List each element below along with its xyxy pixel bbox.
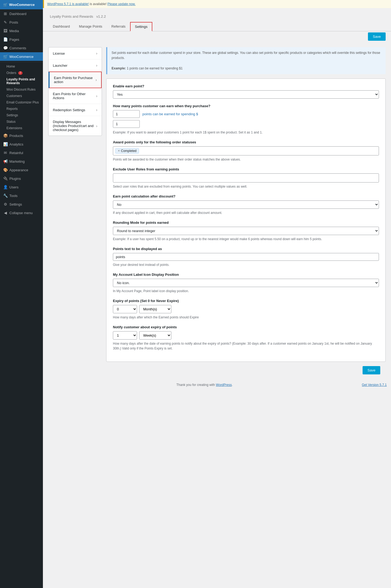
exclude-roles-label: Exclude User Roles from earning points xyxy=(113,167,379,171)
sidebar-item-retainful[interactable]: ✉ Retainful xyxy=(0,148,43,157)
enable-earn-select[interactable]: Yes No xyxy=(113,90,379,99)
sidebar-sub-customers[interactable]: Customers xyxy=(0,93,43,99)
tab-manage-points[interactable]: Manage Points xyxy=(75,22,107,31)
points-text-input[interactable] xyxy=(113,253,379,261)
notify-help: How many days after the date of earning … xyxy=(113,341,379,351)
settings-icon: ⚙ xyxy=(3,202,8,206)
expiry-row: 0 1 2 3 Month(s) Week(s) Day(s) xyxy=(113,305,379,313)
sidebar-item-users[interactable]: 👤 Users xyxy=(0,183,43,191)
account-label-icon-select[interactable]: No icon. Before label After label xyxy=(113,279,379,287)
panel-item-earn-other[interactable]: Earn Points for Other Actions › xyxy=(49,88,102,104)
sidebar-item-tools[interactable]: 🔧 Tools xyxy=(0,191,43,200)
sidebar-sub-orders[interactable]: Orders 7 xyxy=(0,70,43,76)
sidebar-sub-extensions[interactable]: Extensions xyxy=(0,125,43,131)
panel-item-redemption[interactable]: Redemption Settings › xyxy=(49,104,102,116)
sidebar-sub-reports[interactable]: Reports xyxy=(0,106,43,112)
sidebar-item-posts[interactable]: ✎ Posts xyxy=(0,18,43,27)
products-icon: 📦 xyxy=(3,133,8,138)
sidebar-sub-status[interactable]: Status xyxy=(0,118,43,125)
panel-item-earn-purchase[interactable]: Earn Points for Purchase action › xyxy=(49,72,102,88)
sidebar-sub-email-customizer[interactable]: Email Customizer Plus xyxy=(0,99,43,106)
sidebar-item-media[interactable]: 🖼 Media xyxy=(0,27,43,35)
settings-card: Enable earn point? Yes No How many point… xyxy=(106,79,386,362)
content-area: License › Launcher › Earn Points for Pur… xyxy=(43,43,391,379)
tag-remove-icon[interactable]: ✕ xyxy=(118,149,120,152)
notify-label: Notify customer about expiry of points xyxy=(113,325,379,329)
save-bar-bottom: Save xyxy=(106,362,386,374)
tab-referrals[interactable]: Referrals xyxy=(107,22,130,31)
panel-item-display-messages[interactable]: Display Messages (Includes Product/cart … xyxy=(49,116,102,136)
sidebar-item-comments[interactable]: 💬 Comments xyxy=(0,44,43,52)
calc-discount-help: If any discount applied in cart, then po… xyxy=(113,210,379,215)
notify-unit-select[interactable]: Day(s) Week(s) Month(s) xyxy=(139,331,171,340)
points-text-help: Give your desired text instead of points… xyxy=(113,262,379,267)
sidebar-sub-loyalty[interactable]: Loyalty Points and Rewards xyxy=(0,76,43,86)
save-button-top[interactable]: Save xyxy=(368,32,386,41)
tabs-bar: Dashboard Manage Points Referrals Settin… xyxy=(43,22,391,31)
woocommerce-icon: 🛒 xyxy=(3,3,8,7)
points-earn-help: Example: If you want to award your custo… xyxy=(113,130,379,135)
chevron-right-icon: › xyxy=(96,51,97,55)
sidebar-sub-woo-discount[interactable]: Woo Discount Rules xyxy=(0,86,43,93)
sidebar-item-dashboard[interactable]: ⊞ Dashboard xyxy=(0,9,43,18)
sidebar-item-analytics[interactable]: 📊 Analytics xyxy=(0,140,43,148)
exclude-roles-input[interactable] xyxy=(113,173,379,183)
rounding-mode-select[interactable]: Round to nearest integer Round up Round … xyxy=(113,227,379,235)
panel-item-license[interactable]: License › xyxy=(49,47,102,59)
chevron-right-icon: › xyxy=(96,94,97,98)
comments-icon: 💬 xyxy=(3,46,8,50)
form-group-exclude-roles: Exclude User Roles from earning points S… xyxy=(113,167,379,189)
appearance-icon: 🎨 xyxy=(3,168,8,172)
points-input-1[interactable] xyxy=(113,110,140,118)
sidebar-item-products[interactable]: 📦 Products xyxy=(0,131,43,140)
left-panel: License › Launcher › Earn Points for Pur… xyxy=(48,47,102,136)
analytics-icon: 📊 xyxy=(3,142,8,146)
expiry-unit-select[interactable]: Month(s) Week(s) Day(s) xyxy=(139,305,171,313)
orders-badge: 7 xyxy=(18,71,23,75)
posts-icon: ✎ xyxy=(3,20,8,24)
calc-discount-select[interactable]: No Yes xyxy=(113,200,379,209)
rounding-mode-label: Rounding Mode for points earned xyxy=(113,221,379,225)
sidebar-item-pages[interactable]: 📄 Pages xyxy=(0,35,43,44)
form-group-account-label-icon: My Account Label Icon Display Position N… xyxy=(113,273,379,293)
sidebar-item-settings[interactable]: ⚙ Settings xyxy=(0,200,43,209)
save-bar-top: Save xyxy=(43,31,391,43)
sidebar-sub-settings[interactable]: Settings xyxy=(0,112,43,118)
woocommerce-nav-icon: 🛒 xyxy=(3,54,8,59)
panel-item-launcher[interactable]: Launcher › xyxy=(49,59,102,72)
expiry-num-select[interactable]: 0 1 2 3 xyxy=(113,305,137,313)
sidebar-item-marketing[interactable]: 📢 Marketing xyxy=(0,157,43,166)
sidebar-sub-home[interactable]: Home xyxy=(0,63,43,70)
points-row-1: points can be earned for spending $ xyxy=(113,110,379,118)
sidebar-item-woocommerce[interactable]: 🛒 WooCommerce xyxy=(0,52,43,61)
points-link-text: points can be earned for spending $ xyxy=(142,112,198,116)
sidebar-item-collapse[interactable]: ◀ Collapse menu xyxy=(0,209,43,217)
tab-settings[interactable]: Settings xyxy=(130,22,152,31)
get-version-link[interactable]: Get Version 5.7.1 xyxy=(362,383,387,387)
expiry-label: Expiry of points (Set 0 for Never Expire… xyxy=(113,299,379,303)
chevron-right-icon: › xyxy=(96,124,97,128)
dashboard-icon: ⊞ xyxy=(3,12,8,16)
form-group-points-earn: How many points customer can earn when t… xyxy=(113,104,379,135)
chevron-right-icon: › xyxy=(96,108,97,112)
collapse-icon: ◀ xyxy=(3,211,8,215)
points-text-label: Points text to be displayed as xyxy=(113,247,379,251)
tab-dashboard[interactable]: Dashboard xyxy=(48,22,75,31)
points-input-2[interactable] xyxy=(113,120,140,128)
save-button-bottom[interactable]: Save xyxy=(363,366,380,374)
order-status-label: Award points only for the following orde… xyxy=(113,140,379,144)
order-status-input[interactable]: ✕ Completed xyxy=(113,146,379,155)
wordpress-footer-link[interactable]: WordPress xyxy=(216,383,232,387)
sidebar-item-plugins[interactable]: 🔌 Plugins xyxy=(0,174,43,183)
points-row-2 xyxy=(113,120,379,128)
expiry-help: How many days after which the Earned poi… xyxy=(113,315,379,320)
update-notice: WordPress 5.7.1 is available! is availab… xyxy=(43,0,391,8)
footer: Thank you for creating with WordPress. G… xyxy=(43,379,391,391)
tools-icon: 🔧 xyxy=(3,193,8,198)
woocommerce-sub-menu: Home Orders 7 Loyalty Points and Rewards… xyxy=(0,62,43,131)
media-icon: 🖼 xyxy=(3,29,8,33)
notify-num-select[interactable]: 1 2 3 xyxy=(113,331,137,340)
please-update-link[interactable]: Please update now. xyxy=(108,2,136,6)
sidebar-item-appearance[interactable]: 🎨 Appearance xyxy=(0,166,43,174)
wordpress-version-link[interactable]: WordPress 5.7.1 is available! xyxy=(47,2,89,6)
